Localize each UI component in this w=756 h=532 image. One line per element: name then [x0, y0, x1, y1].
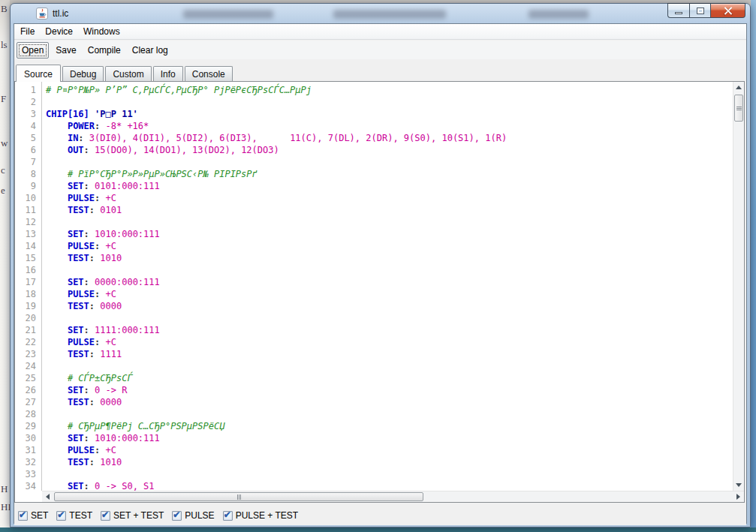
code-segment: TEST	[68, 205, 89, 215]
line-number: 8	[15, 168, 41, 180]
line-number-gutter: 1234567891011121314151617181920212223242…	[15, 82, 42, 491]
tab-console[interactable]: Console	[185, 66, 233, 81]
background-text-fragment: F	[1, 93, 6, 105]
code-segment: +C	[106, 337, 116, 347]
code-segment: TEST	[68, 253, 89, 263]
code-segment: 1010	[100, 457, 122, 467]
line-number: 11	[15, 204, 41, 216]
code-line	[46, 360, 733, 372]
toolbar-button-compile[interactable]: Compile	[83, 43, 125, 58]
line-number: 5	[15, 132, 41, 144]
code-segment: SET	[68, 181, 84, 191]
check-icon: ✔	[101, 509, 109, 520]
code-segment: CHIP[16]	[46, 109, 89, 119]
tab-info[interactable]: Info	[153, 66, 183, 81]
code-segment	[46, 385, 68, 395]
toolbar-button-save[interactable]: Save	[51, 43, 80, 58]
menu-item-file[interactable]: File	[15, 24, 40, 39]
checkbox-pulse-test[interactable]: ✔PULSE + TEST	[223, 510, 298, 521]
code-line	[46, 312, 733, 324]
line-number: 32	[15, 456, 41, 468]
code-segment: 1111	[100, 349, 122, 359]
background-right-sliver	[751, 0, 756, 532]
code-segment: :	[84, 229, 89, 239]
minimize-button[interactable]	[667, 3, 689, 18]
background-text-fragment: w	[1, 137, 8, 149]
code-segment	[46, 433, 68, 443]
tab-source[interactable]: Source	[16, 65, 61, 82]
checkbox-box[interactable]: ✔	[56, 511, 66, 521]
code-segment	[46, 481, 68, 491]
checkbox-test[interactable]: ✔TEST	[56, 510, 92, 521]
checkbox-box[interactable]: ✔	[101, 511, 110, 521]
code-segment: :	[84, 181, 89, 191]
line-number: 9	[15, 180, 41, 192]
line-number: 23	[15, 348, 41, 360]
vertical-scrollbar[interactable]	[733, 82, 744, 491]
checkbox-label: SET + TEST	[113, 510, 164, 521]
code-segment	[89, 109, 95, 119]
code-segment: 0101	[100, 205, 122, 215]
tab-custom[interactable]: Custom	[105, 66, 151, 81]
code-segment	[46, 133, 68, 143]
menu-item-device[interactable]: Device	[40, 24, 78, 39]
scroll-left-arrow[interactable]	[46, 494, 50, 500]
code-area[interactable]: # Р¤Р°Р№Р» Р’Р” С‚РµСЃС‚РµСЂР° РјРёРєСЂР…	[43, 82, 733, 491]
code-segment	[46, 121, 68, 131]
code-segment	[89, 229, 95, 239]
code-segment: IN	[68, 133, 78, 143]
maximize-button[interactable]	[689, 3, 710, 18]
java-icon	[36, 8, 48, 20]
horizontal-scrollbar[interactable]	[42, 491, 744, 502]
window-title: ttl.ic	[53, 8, 68, 19]
code-segment: TEST	[68, 457, 89, 467]
tab-debug[interactable]: Debug	[62, 66, 104, 81]
check-icon: ✔	[57, 509, 65, 520]
source-editor[interactable]: 1234567891011121314151617181920212223242…	[14, 81, 745, 503]
checkbox-box[interactable]: ✔	[172, 511, 182, 521]
close-button[interactable]	[710, 3, 745, 18]
code-segment	[46, 301, 68, 311]
code-segment	[46, 241, 68, 251]
code-segment: 1010:000:111	[95, 433, 160, 443]
checkbox-label: TEST	[69, 510, 92, 521]
checkbox-set[interactable]: ✔SET	[18, 510, 48, 521]
toolbar-button-clear-log[interactable]: Clear log	[128, 43, 173, 58]
code-segment	[46, 193, 68, 203]
background-window-sliver: BlsFwceHHI	[0, 0, 10, 532]
vertical-scroll-thumb[interactable]	[734, 95, 743, 122]
toolbar-button-open[interactable]: Open	[17, 42, 49, 59]
line-number: 3	[15, 108, 41, 120]
menu-bar: FileDeviceWindows	[14, 24, 746, 40]
scroll-down-arrow[interactable]	[736, 483, 742, 487]
line-number: 19	[15, 300, 41, 312]
code-segment: SET	[68, 325, 84, 335]
checkbox-pulse[interactable]: ✔PULSE	[172, 510, 214, 521]
checkbox-box[interactable]: ✔	[18, 511, 28, 521]
code-line	[46, 468, 733, 480]
code-segment	[89, 145, 95, 155]
code-line: SET: 0000:000:111	[46, 276, 733, 288]
code-segment: # СЂРµР¶РёРј С…СЂР°РЅРµРЅРёСЏ	[68, 421, 225, 431]
scroll-up-arrow[interactable]	[736, 86, 742, 89]
checkbox-set-test[interactable]: ✔SET + TEST	[101, 510, 164, 521]
line-number: 15	[15, 252, 41, 264]
code-segment: TEST	[68, 301, 89, 311]
title-bar[interactable]: ttl.ic	[11, 4, 750, 23]
code-line: SET: 0 -> S0, S1	[46, 480, 733, 491]
test-mode-checkbox-row: ✔SET✔TEST✔SET + TEST✔PULSE✔PULSE + TEST	[14, 506, 746, 525]
code-segment: 0 -> S0, S1	[95, 481, 154, 491]
scroll-right-arrow[interactable]	[736, 494, 740, 500]
code-segment: :	[84, 433, 89, 443]
menu-item-windows[interactable]: Windows	[78, 24, 125, 39]
code-line: POWER: -8* +16*	[46, 120, 733, 132]
line-number: 10	[15, 192, 41, 204]
horizontal-scroll-thumb[interactable]	[54, 492, 423, 501]
code-line: PULSE: +C	[46, 288, 733, 300]
code-line	[46, 408, 733, 420]
checkbox-box[interactable]: ✔	[223, 511, 233, 521]
glass-blur-streak	[183, 10, 273, 19]
code-segment: TEST	[68, 349, 89, 359]
code-segment: # СЃР±СЂРѕСЃ	[68, 373, 133, 383]
line-number: 24	[15, 360, 41, 372]
